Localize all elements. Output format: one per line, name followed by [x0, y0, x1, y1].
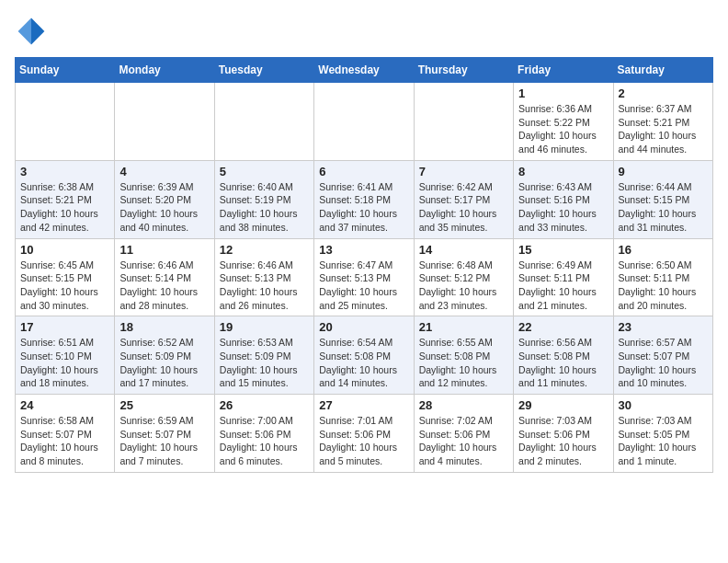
calendar-cell: 27Sunrise: 7:01 AM Sunset: 5:06 PM Dayli… — [314, 395, 414, 473]
calendar-cell: 9Sunrise: 6:44 AM Sunset: 5:15 PM Daylig… — [613, 160, 712, 238]
calendar-cell: 12Sunrise: 6:46 AM Sunset: 5:13 PM Dayli… — [214, 238, 313, 316]
day-info: Sunrise: 6:56 AM Sunset: 5:08 PM Dayligh… — [518, 336, 608, 390]
day-info: Sunrise: 6:45 AM Sunset: 5:15 PM Dayligh… — [20, 259, 109, 313]
weekday-header-row: SundayMondayTuesdayWednesdayThursdayFrid… — [16, 58, 713, 83]
day-number: 16 — [619, 243, 708, 257]
day-number: 30 — [619, 398, 708, 412]
day-number: 28 — [419, 398, 508, 412]
weekday-header: Wednesday — [314, 58, 414, 83]
calendar-cell: 30Sunrise: 7:03 AM Sunset: 5:05 PM Dayli… — [613, 395, 712, 473]
svg-marker-0 — [31, 18, 44, 45]
day-number: 7 — [419, 165, 508, 178]
calendar-cell: 4Sunrise: 6:39 AM Sunset: 5:20 PM Daylig… — [115, 160, 214, 238]
day-number: 23 — [619, 320, 708, 334]
day-info: Sunrise: 6:41 AM Sunset: 5:18 PM Dayligh… — [319, 180, 408, 235]
day-number: 22 — [518, 320, 608, 334]
day-number: 6 — [319, 165, 408, 178]
day-info: Sunrise: 6:55 AM Sunset: 5:08 PM Dayligh… — [419, 336, 508, 390]
day-info: Sunrise: 6:58 AM Sunset: 5:07 PM Dayligh… — [20, 414, 109, 468]
calendar-week-row: 3Sunrise: 6:38 AM Sunset: 5:21 PM Daylig… — [16, 160, 713, 238]
day-number: 11 — [119, 243, 209, 257]
day-info: Sunrise: 6:43 AM Sunset: 5:16 PM Dayligh… — [518, 180, 608, 235]
day-info: Sunrise: 6:49 AM Sunset: 5:11 PM Dayligh… — [518, 259, 608, 313]
day-number: 12 — [220, 243, 309, 257]
day-info: Sunrise: 6:53 AM Sunset: 5:09 PM Dayligh… — [220, 336, 309, 390]
day-info: Sunrise: 6:44 AM Sunset: 5:15 PM Dayligh… — [619, 180, 708, 235]
calendar-cell — [16, 83, 115, 161]
calendar-cell: 18Sunrise: 6:52 AM Sunset: 5:09 PM Dayli… — [115, 316, 214, 395]
calendar-cell: 29Sunrise: 7:03 AM Sunset: 5:06 PM Dayli… — [514, 395, 613, 473]
calendar-cell: 7Sunrise: 6:42 AM Sunset: 5:17 PM Daylig… — [414, 160, 513, 238]
day-info: Sunrise: 6:59 AM Sunset: 5:07 PM Dayligh… — [119, 414, 209, 468]
day-info: Sunrise: 6:51 AM Sunset: 5:10 PM Dayligh… — [20, 336, 109, 390]
calendar-cell: 8Sunrise: 6:43 AM Sunset: 5:16 PM Daylig… — [514, 160, 613, 238]
day-number: 19 — [220, 320, 309, 334]
calendar-cell — [115, 83, 214, 161]
calendar-cell: 2Sunrise: 6:37 AM Sunset: 5:21 PM Daylig… — [613, 83, 712, 161]
logo-icon — [15, 15, 48, 48]
day-info: Sunrise: 7:01 AM Sunset: 5:06 PM Dayligh… — [319, 414, 408, 468]
calendar-cell: 3Sunrise: 6:38 AM Sunset: 5:21 PM Daylig… — [16, 160, 115, 238]
calendar-week-row: 17Sunrise: 6:51 AM Sunset: 5:10 PM Dayli… — [16, 316, 713, 395]
calendar-cell — [314, 83, 414, 161]
day-number: 27 — [319, 398, 408, 412]
calendar-cell: 26Sunrise: 7:00 AM Sunset: 5:06 PM Dayli… — [214, 395, 313, 473]
day-info: Sunrise: 6:48 AM Sunset: 5:12 PM Dayligh… — [419, 259, 508, 313]
weekday-header: Saturday — [613, 58, 712, 83]
day-number: 20 — [319, 320, 408, 334]
calendar-week-row: 10Sunrise: 6:45 AM Sunset: 5:15 PM Dayli… — [16, 238, 713, 316]
calendar-cell: 20Sunrise: 6:54 AM Sunset: 5:08 PM Dayli… — [314, 316, 414, 395]
day-info: Sunrise: 6:57 AM Sunset: 5:07 PM Dayligh… — [619, 336, 708, 390]
day-info: Sunrise: 6:47 AM Sunset: 5:13 PM Dayligh… — [319, 259, 408, 313]
day-info: Sunrise: 6:46 AM Sunset: 5:14 PM Dayligh… — [119, 259, 209, 313]
calendar-cell: 17Sunrise: 6:51 AM Sunset: 5:10 PM Dayli… — [16, 316, 115, 395]
weekday-header: Sunday — [16, 58, 115, 83]
calendar-week-row: 24Sunrise: 6:58 AM Sunset: 5:07 PM Dayli… — [16, 395, 713, 473]
day-number: 13 — [319, 243, 408, 257]
day-number: 15 — [518, 243, 608, 257]
day-number: 4 — [119, 165, 209, 178]
day-number: 14 — [419, 243, 508, 257]
calendar-cell: 5Sunrise: 6:40 AM Sunset: 5:19 PM Daylig… — [214, 160, 313, 238]
day-number: 25 — [119, 398, 209, 412]
calendar-cell: 22Sunrise: 6:56 AM Sunset: 5:08 PM Dayli… — [514, 316, 613, 395]
logo — [15, 15, 51, 48]
calendar-cell — [214, 83, 313, 161]
weekday-header: Friday — [514, 58, 613, 83]
day-info: Sunrise: 7:03 AM Sunset: 5:06 PM Dayligh… — [518, 414, 608, 468]
day-number: 5 — [220, 165, 309, 178]
calendar-cell: 11Sunrise: 6:46 AM Sunset: 5:14 PM Dayli… — [115, 238, 214, 316]
day-number: 21 — [419, 320, 508, 334]
day-info: Sunrise: 6:50 AM Sunset: 5:11 PM Dayligh… — [619, 259, 708, 313]
day-info: Sunrise: 6:54 AM Sunset: 5:08 PM Dayligh… — [319, 336, 408, 390]
page-header — [15, 15, 713, 48]
day-number: 2 — [619, 86, 708, 100]
day-info: Sunrise: 6:37 AM Sunset: 5:21 PM Dayligh… — [619, 102, 708, 156]
day-number: 10 — [20, 243, 109, 257]
weekday-header: Tuesday — [214, 58, 313, 83]
weekday-header: Monday — [115, 58, 214, 83]
calendar-cell: 14Sunrise: 6:48 AM Sunset: 5:12 PM Dayli… — [414, 238, 513, 316]
weekday-header: Thursday — [414, 58, 513, 83]
day-info: Sunrise: 6:38 AM Sunset: 5:21 PM Dayligh… — [20, 180, 109, 235]
calendar-cell: 24Sunrise: 6:58 AM Sunset: 5:07 PM Dayli… — [16, 395, 115, 473]
day-number: 18 — [119, 320, 209, 334]
calendar-cell: 1Sunrise: 6:36 AM Sunset: 5:22 PM Daylig… — [514, 83, 613, 161]
calendar-cell: 25Sunrise: 6:59 AM Sunset: 5:07 PM Dayli… — [115, 395, 214, 473]
day-info: Sunrise: 6:40 AM Sunset: 5:19 PM Dayligh… — [220, 180, 309, 235]
calendar-table: SundayMondayTuesdayWednesdayThursdayFrid… — [15, 57, 713, 473]
calendar-cell: 10Sunrise: 6:45 AM Sunset: 5:15 PM Dayli… — [16, 238, 115, 316]
calendar-cell: 21Sunrise: 6:55 AM Sunset: 5:08 PM Dayli… — [414, 316, 513, 395]
day-number: 8 — [518, 165, 608, 178]
calendar-cell: 28Sunrise: 7:02 AM Sunset: 5:06 PM Dayli… — [414, 395, 513, 473]
day-info: Sunrise: 7:02 AM Sunset: 5:06 PM Dayligh… — [419, 414, 508, 468]
calendar-cell — [414, 83, 513, 161]
day-number: 17 — [20, 320, 109, 334]
day-info: Sunrise: 6:52 AM Sunset: 5:09 PM Dayligh… — [119, 336, 209, 390]
day-info: Sunrise: 7:00 AM Sunset: 5:06 PM Dayligh… — [220, 414, 309, 468]
calendar-cell: 16Sunrise: 6:50 AM Sunset: 5:11 PM Dayli… — [613, 238, 712, 316]
calendar-cell: 19Sunrise: 6:53 AM Sunset: 5:09 PM Dayli… — [214, 316, 313, 395]
day-number: 24 — [20, 398, 109, 412]
calendar-cell: 13Sunrise: 6:47 AM Sunset: 5:13 PM Dayli… — [314, 238, 414, 316]
calendar-cell: 6Sunrise: 6:41 AM Sunset: 5:18 PM Daylig… — [314, 160, 414, 238]
